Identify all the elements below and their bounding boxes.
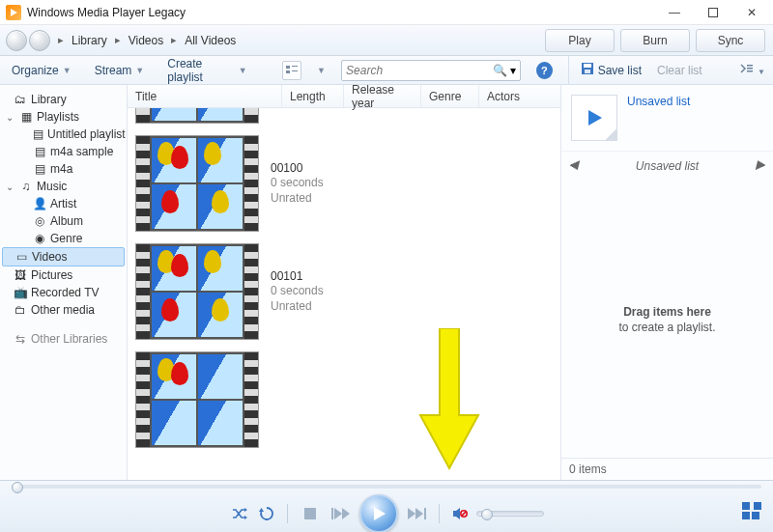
playlist-file-icon: ▤ (33, 162, 46, 176)
video-thumbnail (135, 351, 259, 448)
col-actors[interactable]: Actors (479, 85, 560, 107)
svg-rect-2 (286, 66, 290, 69)
breadcrumb-videos[interactable]: Videos (125, 32, 167, 49)
video-item[interactable]: 00100 0 seconds Unrated (128, 129, 560, 238)
svg-rect-10 (747, 68, 753, 70)
main-area: 🗂 Library ⌄ ▦ Playlists ▤Untitled playli… (0, 85, 773, 480)
next-button[interactable] (404, 501, 429, 526)
search-input[interactable] (346, 64, 493, 77)
tab-burn[interactable]: Burn (620, 29, 690, 52)
back-button[interactable] (6, 30, 27, 51)
clear-list-button[interactable]: Clear list (653, 62, 706, 79)
mute-button[interactable] (449, 503, 471, 524)
svg-marker-14 (244, 516, 247, 519)
tree-pictures[interactable]: 🖼Pictures (2, 266, 125, 284)
col-genre[interactable]: Genre (421, 85, 479, 107)
svg-marker-21 (408, 508, 415, 519)
genre-icon: ◉ (33, 232, 46, 245)
seek-slider[interactable] (12, 485, 761, 489)
artist-icon: 👤 (33, 197, 46, 210)
video-item[interactable] (128, 108, 560, 129)
playlist-file-icon: ▤ (33, 145, 46, 158)
view-options-button[interactable] (282, 61, 302, 80)
music-icon: ♫ (19, 180, 33, 193)
forward-button[interactable] (29, 30, 50, 51)
volume-slider[interactable] (476, 511, 544, 517)
tree-playlist-item[interactable]: ▤m4a (2, 160, 125, 178)
svg-line-26 (462, 512, 467, 517)
repeat-button[interactable] (256, 503, 277, 524)
drop-hint-sub: to create a playlist. (618, 321, 715, 334)
breadcrumb-all-videos[interactable]: All Videos (181, 32, 240, 49)
navbar: ▸ Library ▸ Videos ▸ All Videos Play Bur… (0, 25, 773, 56)
tree-music-album[interactable]: ◎Album (2, 212, 125, 230)
playlist-count: 0 items (569, 462, 607, 476)
tree-library[interactable]: 🗂 Library (2, 91, 125, 108)
svg-rect-3 (292, 66, 298, 67)
tree-playlists[interactable]: ⌄ ▦ Playlists (2, 108, 125, 126)
tree-other-libraries[interactable]: ⇆Other Libraries (2, 330, 125, 348)
maximize-button[interactable] (694, 2, 732, 23)
breadcrumb-library[interactable]: Library (68, 32, 111, 49)
col-title[interactable]: Title (128, 85, 282, 107)
svg-marker-18 (334, 508, 342, 519)
chevron-down-icon[interactable]: ▼ (317, 66, 326, 75)
play-button[interactable] (359, 494, 398, 532)
save-list-button[interactable]: Save list (577, 60, 645, 80)
tree-videos[interactable]: ▭Videos (2, 247, 125, 266)
search-icon[interactable]: 🔍 (493, 64, 507, 77)
playlist-name-link[interactable]: Unsaved list (627, 95, 690, 108)
expand-icon[interactable]: ⌄ (6, 182, 15, 192)
chevron-right-icon: ▸ (171, 34, 177, 46)
search-box[interactable]: 🔍 ▾ (341, 60, 521, 81)
create-playlist-menu[interactable]: Create playlist▼ (163, 55, 250, 86)
chevron-down-icon[interactable]: ▾ (510, 64, 516, 77)
video-duration: 0 seconds (271, 284, 324, 299)
tree-music-genre[interactable]: ◉Genre (2, 230, 125, 247)
col-length[interactable]: Length (282, 85, 344, 107)
video-meta: 00100 0 seconds Unrated (271, 161, 324, 207)
svg-marker-24 (453, 508, 460, 519)
videos-icon: ▭ (14, 250, 28, 264)
svg-rect-17 (331, 508, 333, 519)
col-release-year[interactable]: Release year (344, 85, 421, 107)
chevron-down-icon: ▼ (758, 68, 765, 76)
close-button[interactable]: ✕ (732, 2, 771, 23)
tv-icon: 📺 (14, 286, 27, 299)
toolbar: Organize▼ Stream▼ Create playlist▼ ▼ 🔍 ▾… (0, 56, 773, 85)
svg-marker-22 (415, 508, 423, 519)
stream-menu[interactable]: Stream▼ (91, 62, 149, 79)
prev-list-button[interactable]: ⯇ (565, 157, 583, 175)
previous-button[interactable] (329, 501, 354, 526)
video-item[interactable]: 00101 0 seconds Unrated (128, 238, 560, 346)
list-body[interactable]: 00100 0 seconds Unrated 00101 0 seconds … (128, 108, 560, 480)
separator (439, 504, 440, 523)
video-rating: Unrated (271, 299, 324, 315)
shuffle-button[interactable] (229, 503, 250, 524)
tab-play[interactable]: Play (545, 29, 615, 52)
next-list-button[interactable]: ⯈ (752, 157, 769, 175)
tree-playlist-item[interactable]: ▤m4a sample (2, 143, 125, 160)
tree-recorded-tv[interactable]: 📺Recorded TV (2, 284, 125, 301)
switch-view-button[interactable] (742, 502, 761, 510)
tab-sync[interactable]: Sync (696, 29, 765, 52)
tree-other-media[interactable]: 🗀Other media (2, 301, 125, 319)
video-name: 00101 (271, 269, 324, 285)
tree-music[interactable]: ⌄ ♫ Music (2, 178, 125, 195)
content-list: Title Length Release year Genre Actors 0… (128, 85, 560, 480)
playback-bar (0, 480, 773, 532)
expand-icon[interactable]: ⌄ (6, 112, 15, 123)
tree-music-artist[interactable]: 👤Artist (2, 195, 125, 212)
stop-button[interactable] (298, 501, 323, 526)
list-options-button[interactable]: ▼ (739, 63, 765, 77)
column-headers: Title Length Release year Genre Actors (128, 85, 560, 108)
help-button[interactable]: ? (536, 62, 553, 79)
playlist-drop-zone[interactable]: Drag items here to create a playlist. (561, 181, 773, 458)
minimize-button[interactable]: — (655, 2, 694, 23)
tree-playlist-item[interactable]: ▤Untitled playlist (2, 126, 125, 143)
titlebar: Windows Media Player Legacy — ✕ (0, 0, 773, 25)
network-libraries-icon: ⇆ (14, 332, 27, 346)
video-item[interactable] (128, 346, 560, 454)
organize-menu[interactable]: Organize▼ (8, 62, 75, 79)
drop-hint-bold: Drag items here (623, 305, 711, 319)
